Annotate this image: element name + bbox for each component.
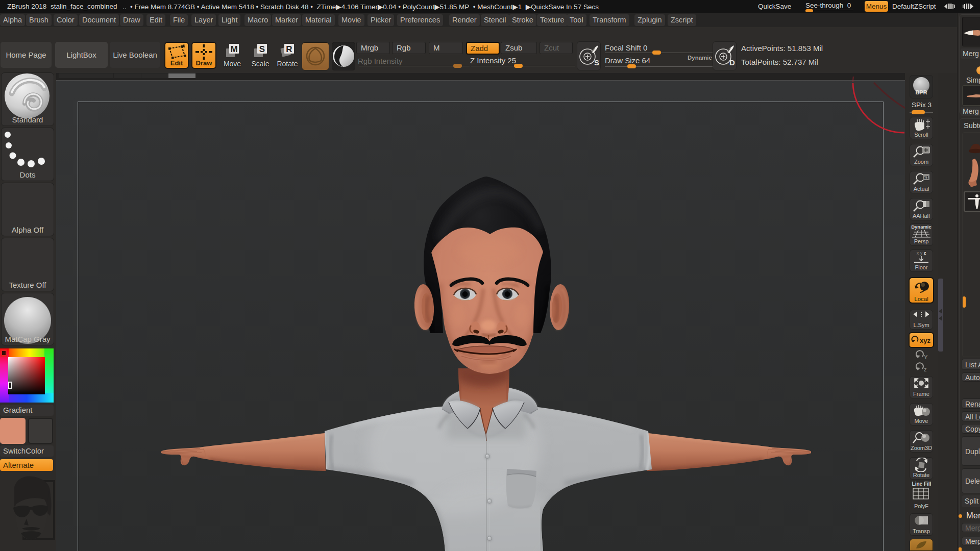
svg-text:x1: x1 (923, 175, 928, 180)
svg-text:Y: Y (924, 354, 928, 360)
svg-text:BPR: BPR (915, 89, 927, 95)
svg-text:D: D (729, 58, 735, 67)
svg-text:M: M (230, 44, 237, 54)
svg-text:z: z (924, 366, 927, 372)
svg-text:R: R (286, 44, 292, 54)
svg-text:S: S (594, 58, 599, 67)
svg-text:S: S (259, 44, 265, 54)
